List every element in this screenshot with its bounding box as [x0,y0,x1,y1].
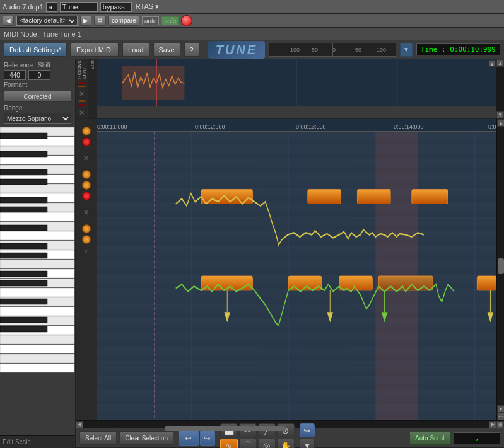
position-display: --- , --- [454,432,500,444]
curve3-tool-btn[interactable]: ◎ [258,439,276,448]
curve1-tool-btn[interactable]: ∿ [220,439,238,448]
shift-input[interactable] [28,70,50,80]
curve3-icon: ◎ [263,441,270,449]
midi-node-bar: MIDI Node : Tune Tune 1 [0,28,504,40]
midi-btn-2[interactable] [78,86,86,88]
midi-btn-4[interactable] [78,104,86,106]
piano-keys-wrapper: Edit Scale [0,127,75,448]
bypass-input[interactable] [100,2,132,12]
svg-rect-27 [0,151,47,157]
piano-keys-svg [0,127,75,379]
h-scroll-left[interactable]: ◀ [76,421,83,428]
strip-btn-7[interactable] [82,235,91,244]
redo-icon: ↪ [204,434,211,443]
midi-btn-1[interactable] [78,82,86,84]
svg-rect-23 [0,345,74,353]
svg-rect-29 [0,179,47,185]
waveform-up-btn[interactable]: ▲ [489,60,495,67]
x-btn-1[interactable]: × [79,89,85,98]
h-scroll-zoom[interactable]: ⊞ [496,421,504,428]
time-mark-5: 0:00:15:000 [488,123,496,130]
svg-rect-6 [0,184,74,193]
bottom-toolbar: Select All Clear Selection ↩ ↪ ⬜ ✂ [76,428,504,448]
redo-btn[interactable]: ↪ [200,430,215,446]
strip-btn-2[interactable] [82,137,91,146]
scroll-down-btn[interactable]: ▼ [496,111,504,118]
load-btn[interactable]: Load [122,43,149,57]
strip-btn-4[interactable] [82,181,91,190]
svg-rect-59 [412,190,448,204]
auto-badge: auto [142,16,159,25]
dropdown-btn[interactable]: ▼ [400,43,413,57]
pr-scroll-up[interactable]: ▲ [497,119,504,127]
rtas-label[interactable]: RTAS ▾ [136,3,159,11]
clear-selection-btn[interactable]: Clear Selection [119,431,173,445]
strip-c-label: c [85,248,88,255]
ruler-mark-neg100: -100 [288,47,300,53]
strip-btn-1[interactable] [82,127,91,135]
curve2-tool-btn[interactable]: ⌒ [239,439,257,448]
stat-col: Stat [88,59,97,118]
reference-value-row [4,70,71,80]
help-btn[interactable]: ? [184,43,199,57]
reference-input[interactable] [4,70,26,80]
svg-rect-39 [0,326,47,332]
ruler-mark-neg50: -50 [310,47,318,53]
stat-label: Stat [90,60,95,69]
select-all-btn[interactable]: Select All [79,431,117,445]
export-midi-btn[interactable]: Export MIDI [71,43,119,57]
h-scroll-right[interactable]: ▶ [489,421,496,428]
svg-rect-32 [0,225,47,231]
h-scroll-thumb[interactable] [165,426,286,431]
settings-btn[interactable]: ⚙ [94,16,106,26]
reference-label: Reference [4,62,35,69]
edit-scale-label: Edit Scale [3,439,31,445]
svg-rect-14 [0,260,74,268]
track-type-input[interactable] [46,2,57,12]
left-params: Reference Shift Formant Corrected Range … [0,59,75,127]
svg-rect-34 [0,253,47,258]
midi-btn-3[interactable] [78,100,86,102]
compare-btn[interactable]: compare [108,16,139,26]
pr-scroll-down[interactable]: ▼ [497,405,504,413]
svg-rect-58 [357,190,390,204]
strip-x-2[interactable]: × [83,207,88,217]
auto-scroll-btn[interactable]: Auto Scroll [409,431,451,445]
svg-rect-25 [0,364,74,372]
time-mark-3: 0:00:13:000 [296,123,326,130]
ruler-strip: -100 -50 0 50 100 [269,43,396,57]
top-bar-1: Audio 7.dup1 RTAS ▾ [0,0,504,14]
arrow-down-btn[interactable]: ▼ [300,439,315,448]
time-mark-1: 0:00:11:000 [97,123,127,130]
strip-x-1[interactable]: × [83,153,88,163]
reference-row: Reference Shift [4,62,71,69]
strip-btn-3[interactable] [82,170,91,179]
scroll-up-btn[interactable]: ▲ [496,59,504,67]
undo-btn[interactable]: ↩ [179,430,199,446]
preset-select[interactable]: <factory default> [16,16,78,26]
plugin-name-input[interactable] [60,2,98,12]
svg-rect-26 [0,133,47,139]
left-panel: Reference Shift Formant Corrected Range … [0,59,76,448]
corrected-btn[interactable]: Corrected [4,91,71,102]
svg-rect-57 [308,190,341,204]
svg-rect-64 [477,276,496,290]
pr-scroll-thumb[interactable] [498,258,504,274]
strip-btn-5[interactable] [82,192,91,200]
plugin-header: Default Settings* Export MIDI Load Save … [0,40,504,59]
prev-preset-btn[interactable]: ◀ [3,16,14,26]
strip-btn-6[interactable] [82,224,91,233]
piano-keys-area [0,127,75,435]
midi-node-text: MIDI Node : Tune Tune 1 [4,30,81,38]
shift-label: Shift [38,62,57,69]
redo-area: ↪ ▼ [300,423,315,448]
save-btn[interactable]: Save [153,43,180,57]
pr-scroll-dots[interactable]: ⋯ [497,413,504,420]
range-select[interactable]: Mezzo Soprano [4,113,71,124]
edit-scale-area: Edit Scale [0,435,75,448]
next-preset-btn[interactable]: ▶ [80,16,91,26]
x-btn-2[interactable]: × [79,108,85,117]
default-settings-btn[interactable]: Default Settings* [4,43,67,57]
hand-tool-btn[interactable]: ✋ [277,439,295,448]
redo2-btn[interactable]: ↪ [300,423,315,437]
